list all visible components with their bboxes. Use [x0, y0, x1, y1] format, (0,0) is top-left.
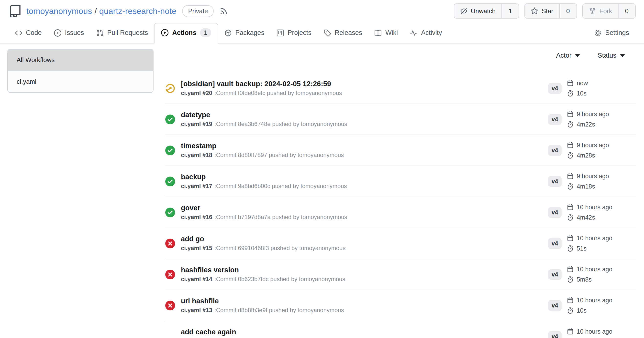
tab-label: Projects	[288, 29, 312, 37]
calendar-icon	[567, 80, 574, 86]
run-text: add cache again	[181, 328, 236, 338]
sidebar-item-all-workflows[interactable]: All Workflows	[8, 49, 153, 71]
runner-version-badge: v4	[548, 238, 562, 249]
visibility-badge: Private	[182, 5, 214, 17]
status-filter-dropdown[interactable]: Status	[598, 52, 625, 59]
run-times: 10 hours ago 10s	[567, 297, 612, 314]
run-summary: ci.yaml #13:Commit d8b8fb3e9f pushed by …	[181, 307, 344, 314]
run-time-label: now	[577, 80, 588, 87]
header-button-main[interactable]: Star	[525, 4, 559, 18]
status-filter-label: Status	[598, 52, 616, 59]
tab-packages[interactable]: Packages	[218, 29, 271, 43]
header-button-count[interactable]: 1	[502, 4, 518, 18]
run-title-link[interactable]: [obsidian] vault backup: 2024-02-05 12:2…	[181, 80, 342, 88]
header-button-count[interactable]: 0	[559, 4, 576, 18]
calendar-icon	[567, 235, 574, 242]
tab-label: Releases	[335, 29, 362, 37]
run-duration: 51s	[567, 245, 612, 252]
stopwatch-icon	[567, 307, 574, 314]
tab-actions[interactable]: Actions 1	[154, 23, 218, 43]
run-text: gover ci.yaml #16:Commit b7197d8a7a push…	[181, 204, 347, 221]
run-meta-block: v4 10 hours ago	[548, 328, 636, 338]
run-title-link[interactable]: add go	[181, 235, 346, 243]
actions-page: All Workflows ci.yaml Actor Status [obsi…	[0, 43, 644, 338]
actor-filter-dropdown[interactable]: Actor	[556, 52, 580, 59]
run-commit-description: :Commit 8d80ff7897 pushed by tomoyanonym…	[214, 152, 344, 158]
header-button-main[interactable]: Unwatch	[454, 4, 502, 18]
run-time-label: 10 hours ago	[577, 297, 612, 304]
tab-label: Activity	[421, 29, 442, 37]
run-title-link[interactable]: gover	[181, 204, 347, 212]
runner-version-badge: v4	[548, 176, 562, 187]
run-workflow-ref: ci.yaml #13	[181, 307, 212, 313]
run-times: 10 hours ago 4m42s	[567, 204, 612, 221]
rss-feed-icon[interactable]	[220, 7, 228, 15]
run-title-link[interactable]: timestamp	[181, 142, 344, 150]
run-title-link[interactable]: add cache again	[181, 328, 236, 336]
run-meta-block: v4 9 hours ago 4m18s	[548, 173, 636, 190]
run-workflow-ref: ci.yaml #18	[181, 152, 212, 158]
tab-label: Actions	[172, 29, 196, 37]
runner-version-badge: v4	[548, 83, 562, 94]
fork-button[interactable]: Fork 0	[582, 3, 636, 18]
tab-projects[interactable]: Projects	[270, 29, 318, 43]
project-icon	[276, 29, 284, 37]
run-time-label: 10 hours ago	[577, 266, 612, 273]
tab-releases[interactable]: Releases	[318, 29, 368, 43]
workflow-runs-main: Actor Status [obsidian] vault backup: 20…	[165, 49, 636, 338]
tab-settings[interactable]: Settings	[588, 29, 635, 43]
workflow-run-list: [obsidian] vault backup: 2024-02-05 12:2…	[165, 73, 636, 338]
run-meta-block: v4 9 hours ago 4m28s	[548, 142, 636, 159]
workflow-run-row: backup ci.yaml #17:Commit 9a8bd6b00c pus…	[165, 166, 636, 197]
sidebar-item-ci-yaml[interactable]: ci.yaml	[8, 71, 153, 92]
run-duration: 10s	[567, 307, 612, 314]
run-text: datetype ci.yaml #19:Commit 8ea3b6748e p…	[181, 111, 347, 128]
run-duration-label: 4m18s	[577, 183, 595, 190]
run-summary: ci.yaml #19:Commit 8ea3b6748e pushed by …	[181, 121, 347, 128]
star-button[interactable]: Star 0	[524, 3, 577, 18]
repo-nav: Code Issues Pull Requests Actions 1 Pack…	[0, 23, 644, 43]
calendar-icon	[567, 173, 574, 179]
repo-header: tomoyanonymous / quartz-research-note Pr…	[0, 0, 644, 18]
tab-wiki[interactable]: Wiki	[368, 29, 404, 43]
chevron-down-icon	[575, 54, 580, 57]
run-times: now 10s	[567, 80, 588, 97]
run-text: add go ci.yaml #15:Commit 69910468f3 pus…	[181, 235, 346, 252]
tab-issues[interactable]: Issues	[48, 29, 90, 43]
repo-name-link[interactable]: quartz-research-note	[99, 6, 176, 16]
repo-owner-link[interactable]: tomoyanonymous	[26, 6, 92, 16]
header-button-count[interactable]: 0	[618, 4, 635, 18]
repo-separator: /	[94, 6, 96, 16]
header-button-label: Unwatch	[471, 7, 496, 15]
run-time-label: 10 hours ago	[577, 235, 612, 242]
issue-opened-icon	[54, 29, 61, 37]
tab-code[interactable]: Code	[9, 29, 48, 43]
run-duration-label: 10s	[577, 90, 586, 97]
header-button-main[interactable]: Fork	[583, 4, 618, 18]
workflow-run-row: datetype ci.yaml #19:Commit 8ea3b6748e p…	[165, 104, 636, 135]
runner-version-badge: v4	[548, 331, 562, 338]
run-started-time: 9 hours ago	[567, 173, 609, 180]
tab-activity[interactable]: Activity	[404, 29, 448, 43]
run-commit-description: :Commit 69910468f3 pushed by tomoyanonym…	[214, 245, 346, 251]
run-time-label: 10 hours ago	[577, 204, 612, 211]
run-summary: ci.yaml #17:Commit 9a8bd6b00c pushed by …	[181, 183, 347, 190]
run-times: 9 hours ago 4m22s	[567, 111, 609, 128]
tab-pull-requests[interactable]: Pull Requests	[90, 29, 154, 43]
run-time-label: 10 hours ago	[577, 328, 612, 335]
run-commit-description: :Commit 0b623b7fdc pushed by tomoyanonym…	[214, 276, 345, 282]
status-success-icon	[165, 146, 175, 155]
status-failure-icon	[165, 270, 175, 279]
repo-book-icon	[9, 5, 22, 17]
stopwatch-icon	[567, 183, 574, 190]
run-title-link[interactable]: hashfiles version	[181, 266, 345, 274]
run-meta-block: v4 9 hours ago 4m22s	[548, 111, 636, 128]
run-duration-label: 5m8s	[577, 276, 592, 283]
unwatch-button[interactable]: Unwatch 1	[454, 3, 519, 18]
run-duration-label: 4m22s	[577, 121, 595, 128]
run-started-time: 10 hours ago	[567, 235, 612, 242]
run-started-time: 10 hours ago	[567, 297, 612, 304]
run-title-link[interactable]: backup	[181, 173, 347, 181]
run-title-link[interactable]: datetype	[181, 111, 347, 119]
run-title-link[interactable]: url hashfile	[181, 297, 344, 305]
